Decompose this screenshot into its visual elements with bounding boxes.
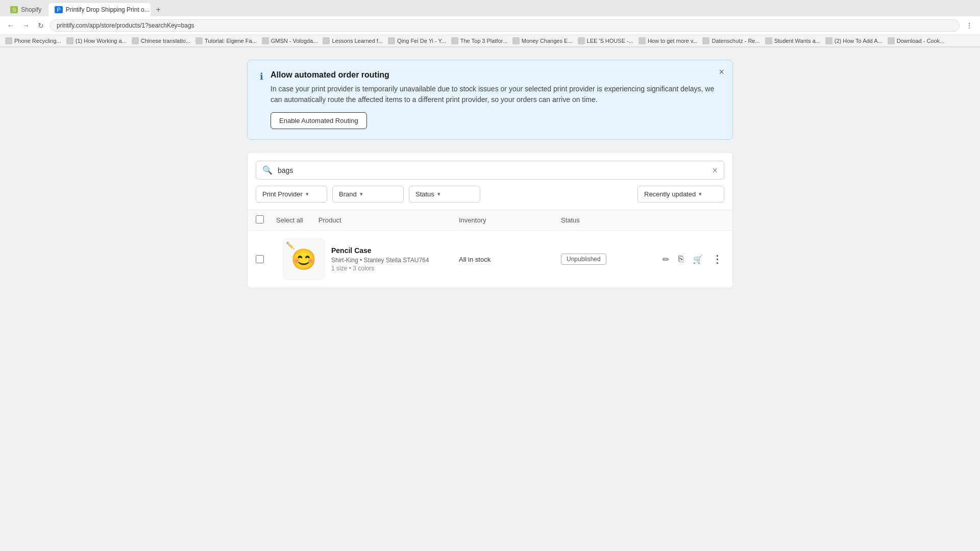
actions-cell: ✏ ⎘ 🛒 ⋮ — [663, 251, 724, 267]
bookmarks-bar: Phone Recycling... (1) How Working a... … — [0, 35, 980, 47]
bookmark-label: Download - Cook... — [897, 38, 945, 44]
bookmark-favicon — [702, 37, 709, 44]
settings-icon[interactable]: ⋮ — [964, 20, 975, 31]
bookmark-favicon — [323, 37, 330, 44]
bookmark-favicon — [512, 37, 520, 44]
search-icon: 🔍 — [262, 165, 273, 175]
bookmark-4[interactable]: GMSN - Vologda... — [262, 37, 318, 44]
bookmark-favicon — [66, 37, 74, 44]
bookmark-12[interactable]: Student Wants a... — [765, 37, 820, 44]
enable-routing-button[interactable]: Enable Automated Routing — [271, 112, 367, 129]
product-image: 😊 — [283, 239, 324, 280]
bookmark-favicon — [765, 37, 772, 44]
bookmark-7[interactable]: The Top 3 Platfor... — [451, 37, 507, 44]
bookmark-2[interactable]: Chinese translatio... — [132, 37, 190, 44]
bookmark-label: Student Wants a... — [774, 38, 820, 44]
brand-dropdown[interactable]: Brand ▾ — [332, 186, 404, 203]
tab-printify[interactable]: P Printify Drop Shipping Print o... × — [48, 3, 151, 16]
bookmark-11[interactable]: Datenschutz - Re... — [702, 37, 760, 44]
search-bar: 🔍 × — [256, 161, 724, 180]
tab-favicon: S — [10, 6, 18, 13]
more-options-icon[interactable]: ⋮ — [710, 251, 724, 267]
bookmark-label: (1) How Working a... — [76, 38, 127, 44]
products-panel: 🔍 × Print Provider ▾ Brand ▾ Status ▾ Re… — [247, 152, 733, 288]
tab-favicon: P — [55, 6, 62, 13]
status-badge: Unpublished — [561, 254, 606, 265]
address-bar: ← → ↻ printify.com/app/store/products/1?… — [0, 16, 980, 35]
banner-title: Allow automated order routing — [271, 70, 720, 80]
copy-icon[interactable]: ⎘ — [676, 252, 685, 266]
select-all-label: Select all — [276, 216, 303, 224]
chevron-down-icon: ▾ — [306, 191, 309, 197]
status-cell: Unpublished — [561, 254, 663, 265]
print-provider-dropdown[interactable]: Print Provider ▾ — [256, 186, 327, 203]
close-banner-button[interactable]: × — [719, 67, 724, 77]
bookmark-favicon — [262, 37, 269, 44]
product-provider-brand: Shirt-King • Stanley Stella STAU764 — [331, 257, 429, 264]
select-all-checkbox-cell — [256, 215, 276, 225]
product-details: Pencil Case Shirt-King • Stanley Stella … — [324, 246, 429, 272]
browser-chrome: S Shopify P Printify Drop Shipping Print… — [0, 0, 980, 47]
url-bar[interactable]: printify.com/app/store/products/1?search… — [50, 19, 960, 32]
status-label: Status — [415, 190, 434, 198]
tab-label: Printify Drop Shipping Print o... — [66, 6, 150, 13]
chevron-down-icon: ▾ — [699, 191, 702, 197]
separator: • — [360, 257, 364, 264]
bookmark-14[interactable]: Download - Cook... — [888, 37, 945, 44]
product-brand: Stanley Stella STAU764 — [364, 257, 429, 264]
bookmark-label: LEE 'S HOUSE -... — [587, 38, 633, 44]
select-all-checkbox[interactable] — [256, 215, 264, 223]
bookmark-favicon — [639, 37, 646, 44]
column-header-status: Status — [561, 216, 663, 224]
product-sizes: 1 size — [331, 265, 347, 272]
bookmark-0[interactable]: Phone Recycling... — [5, 37, 61, 44]
bookmark-label: How to get more v... — [648, 38, 698, 44]
bookmark-13[interactable]: (2) How To Add A... — [825, 37, 883, 44]
banner-description: In case your print provider is temporari… — [271, 84, 720, 105]
bookmark-favicon — [195, 37, 203, 44]
bookmark-favicon — [451, 37, 458, 44]
clear-search-icon[interactable]: × — [712, 166, 718, 175]
print-provider-label: Print Provider — [262, 190, 303, 198]
bookmark-9[interactable]: LEE 'S HOUSE -... — [578, 37, 633, 44]
bookmark-favicon — [888, 37, 895, 44]
product-name: Pencil Case — [331, 246, 429, 255]
bookmark-6[interactable]: Qing Fei De Yi - Y... — [388, 37, 446, 44]
new-tab-button[interactable]: + — [152, 3, 164, 16]
inventory-cell: All in stock — [459, 256, 561, 263]
info-banner: ℹ Allow automated order routing In case … — [247, 60, 733, 140]
bookmark-10[interactable]: How to get more v... — [639, 37, 698, 44]
edit-icon[interactable]: ✏ — [660, 253, 671, 266]
bookmark-1[interactable]: (1) How Working a... — [66, 37, 127, 44]
cart-icon[interactable]: 🛒 — [691, 253, 705, 266]
column-header-select-all: Select all Product — [276, 216, 459, 224]
bookmark-label: Phone Recycling... — [14, 38, 61, 44]
sort-label: Recently updated — [644, 190, 696, 198]
product-info-cell: 😊 Pencil Case Shirt-King • Stanley Stell… — [276, 239, 459, 280]
bookmark-8[interactable]: Money Changes E... — [512, 37, 573, 44]
product-column-header: Product — [318, 216, 341, 224]
status-dropdown[interactable]: Status ▾ — [409, 186, 480, 203]
bookmark-label: (2) How To Add A... — [835, 38, 883, 44]
forward-button[interactable]: → — [20, 20, 32, 31]
bookmark-5[interactable]: Lessons Learned f... — [323, 37, 383, 44]
brand-label: Brand — [339, 190, 357, 198]
chevron-down-icon: ▾ — [437, 191, 440, 197]
product-provider: Shirt-King — [331, 257, 358, 264]
row-checkbox[interactable] — [256, 255, 264, 263]
tab-bar: S Shopify P Printify Drop Shipping Print… — [0, 0, 980, 16]
back-button[interactable]: ← — [5, 20, 16, 31]
bookmark-3[interactable]: Tutorial: Eigene Fa... — [195, 37, 257, 44]
info-icon: ℹ — [260, 71, 263, 82]
sort-dropdown[interactable]: Recently updated ▾ — [638, 186, 724, 203]
bookmark-favicon — [825, 37, 832, 44]
bookmark-favicon — [5, 37, 12, 44]
tab-shopify[interactable]: S Shopify — [4, 3, 47, 16]
bookmark-label: GMSN - Vologda... — [271, 38, 318, 44]
tab-label: Shopify — [21, 6, 41, 13]
table-row: 😊 Pencil Case Shirt-King • Stanley Stell… — [248, 231, 732, 288]
bookmark-label: Money Changes E... — [522, 38, 573, 44]
bookmark-label: Tutorial: Eigene Fa... — [205, 38, 257, 44]
search-input[interactable] — [278, 166, 707, 174]
reload-button[interactable]: ↻ — [36, 20, 46, 31]
